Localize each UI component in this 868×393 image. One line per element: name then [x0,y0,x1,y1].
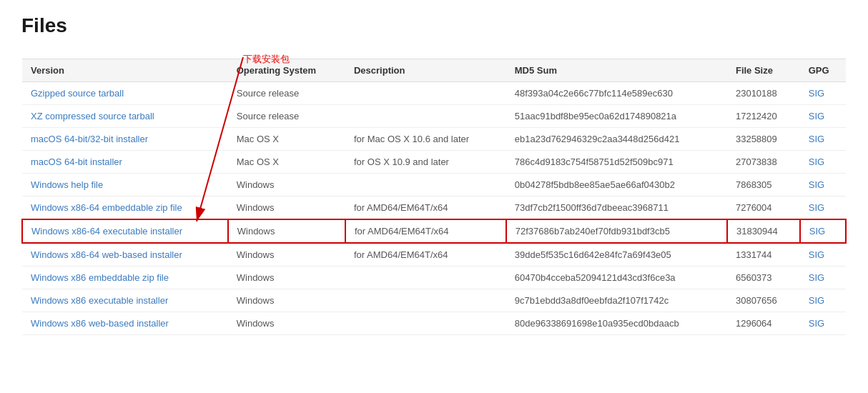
file-description [345,267,506,289]
table-row: macOS 64-bit installerMac OS Xfor OS X 1… [22,151,846,174]
table-row: macOS 64-bit/32-bit installerMac OS Xfor… [22,128,846,151]
file-description: for AMD64/EM64T/x64 [345,243,506,267]
file-md5: 80de96338691698e10a935ecd0bdaacb [506,312,727,335]
file-gpg-link[interactable]: SIG [809,295,824,306]
file-size: 1331744 [727,243,800,267]
file-version-link[interactable]: Gzipped source tarball [31,88,124,99]
file-version-link[interactable]: Windows x86 embeddable zip file [31,272,169,283]
file-description: for OS X 10.9 and later [345,151,506,174]
file-md5: 9c7b1ebdd3a8df0eebfda2f107f1742c [506,289,727,312]
file-md5: 51aac91bdf8be95ec0a62d174890821a [506,105,727,128]
file-size: 7276004 [727,196,800,220]
table-row: Windows x86 executable installerWindows9… [22,289,846,312]
file-description: for AMD64/EM64T/x64 [345,196,506,220]
annotation-arrow [161,57,275,236]
table-header-row: Version Operating System Description MD5… [22,59,846,82]
file-gpg-link[interactable]: SIG [809,272,824,283]
file-os: Windows [228,289,345,312]
file-description: for Mac OS X 10.6 and later [345,128,506,151]
file-os: Windows [228,267,345,289]
file-description [345,312,506,335]
file-version-link[interactable]: Windows x86 web-based installer [31,318,169,329]
files-table: Version Operating System Description MD5… [21,59,847,335]
file-version-link[interactable]: XZ compressed source tarball [31,111,154,121]
file-md5: 72f37686b7ab240ef70fdb931bdf3cb5 [506,219,727,243]
file-md5: 0b04278f5bdb8ee85ae5ae66af0430b2 [506,174,727,196]
table-row: Windows x86-64 web-based installerWindow… [22,243,846,267]
file-size: 33258809 [727,128,800,151]
file-os: Windows [228,312,345,335]
table-row: Windows x86-64 executable installerWindo… [22,219,846,243]
file-description [345,105,506,128]
file-size: 31830944 [727,219,800,243]
file-version-link[interactable]: macOS 64-bit installer [31,156,122,167]
file-description: for AMD64/EM64T/x64 [345,219,506,243]
file-version-link[interactable]: Windows x86-64 embeddable zip file [31,202,182,213]
file-size: 6560373 [727,267,800,289]
file-size: 7868305 [727,174,800,196]
col-description: Description [345,59,506,82]
file-gpg-link[interactable]: SIG [809,226,825,237]
file-gpg-link[interactable]: SIG [809,318,824,329]
table-row: Gzipped source tarballSource release48f3… [22,82,846,105]
file-md5: 39dde5f535c16d642e84fc7a69f43e05 [506,243,727,267]
file-gpg-link[interactable]: SIG [809,88,824,99]
file-size: 30807656 [727,289,800,312]
file-size: 27073838 [727,151,800,174]
file-version-link[interactable]: Windows x86-64 executable installer [31,226,182,237]
file-md5: eb1a23d762946329c2aa3448d256d421 [506,128,727,151]
table-row: Windows x86-64 embeddable zip fileWindow… [22,196,846,220]
col-gpg: GPG [800,59,846,82]
page-title: Files [21,14,847,37]
file-size: 23010188 [727,82,800,105]
table-row: Windows help fileWindows0b04278f5bdb8ee8… [22,174,846,196]
file-description [345,82,506,105]
file-md5: 786c4d9183c754f58751d52f509bc971 [506,151,727,174]
file-gpg-link[interactable]: SIG [809,134,824,144]
file-description [345,174,506,196]
col-filesize: File Size [727,59,800,82]
file-version-link[interactable]: Windows x86-64 web-based installer [31,249,182,260]
col-md5: MD5 Sum [506,59,727,82]
file-version-link[interactable]: Windows x86 executable installer [31,295,168,306]
file-description [345,289,506,312]
file-gpg-link[interactable]: SIG [809,156,824,167]
svg-line-1 [197,57,243,222]
file-md5: 73df7cb2f1500ff36d7dbeeac3968711 [506,196,727,220]
file-md5: 48f393a04c2e66c77bfc114e589ec630 [506,82,727,105]
table-row: Windows x86 web-based installerWindows80… [22,312,846,335]
file-size: 1296064 [727,312,800,335]
file-os: Windows [228,243,345,267]
file-gpg-link[interactable]: SIG [809,202,824,213]
file-size: 17212420 [727,105,800,128]
file-gpg-link[interactable]: SIG [809,249,824,260]
file-gpg-link[interactable]: SIG [809,179,824,190]
file-md5: 60470b4cceba52094121d43cd3f6ce3a [506,267,727,289]
table-row: XZ compressed source tarballSource relea… [22,105,846,128]
file-version-link[interactable]: Windows help file [31,179,103,190]
table-row: Windows x86 embeddable zip fileWindows60… [22,267,846,289]
file-version-link[interactable]: macOS 64-bit/32-bit installer [31,134,148,144]
file-gpg-link[interactable]: SIG [809,111,824,121]
